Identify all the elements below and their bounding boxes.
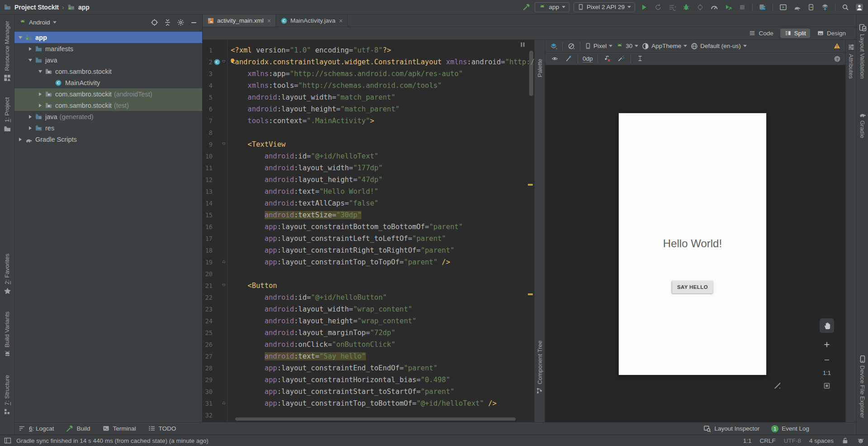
code-line[interactable]: 9 <TextView — [203, 139, 534, 150]
project-view-selector[interactable]: Android — [29, 19, 50, 26]
tree-item-java[interactable]: java(generated) — [14, 111, 202, 122]
expand-arrow-icon[interactable] — [16, 138, 24, 141]
view-options-button[interactable] — [550, 54, 560, 64]
attach-debugger-button[interactable] — [695, 2, 705, 12]
zoom-out-button[interactable] — [821, 355, 832, 365]
preview-say-hello-button[interactable]: SAY HELLO — [672, 281, 713, 293]
view-mode-code[interactable]: Code — [745, 29, 777, 38]
tree-item-java[interactable]: java — [14, 54, 202, 66]
code-line[interactable]: 20 — [203, 268, 534, 280]
code-line[interactable]: 28 app:layout_constraintEnd_toEndOf="par… — [203, 362, 534, 374]
running-devices-button[interactable] — [778, 2, 788, 12]
toolwindow-terminal[interactable]: Terminal — [102, 425, 136, 432]
locate-crosshair-button[interactable] — [151, 19, 158, 26]
stripe-resource-manager[interactable]: Resource Manager — [0, 21, 14, 82]
code-line[interactable]: 1<?xml version="1.0" encoding="utf-8"?> — [203, 44, 534, 56]
tab-palette[interactable]: Palette — [535, 59, 545, 77]
zoom-in-button[interactable] — [821, 339, 832, 350]
expand-arrow-icon[interactable] — [26, 59, 34, 62]
design-canvas[interactable]: Hello World! SAY HELLO 1:1 — [545, 65, 845, 422]
code-line[interactable]: 10 android:id="@+id/helloText" — [203, 150, 534, 162]
code-line[interactable]: 4 xmlns:tools="http://schemas.android.co… — [203, 80, 534, 91]
tab-component-tree[interactable]: Component Tree — [535, 340, 545, 394]
settings-gear-button[interactable] — [177, 19, 185, 26]
code-line[interactable]: 13 android:text="Hello World!" — [203, 186, 534, 197]
editor-tab-mainactivity-java[interactable]: CMainActivity.java× — [276, 14, 348, 27]
run-play-button[interactable] — [639, 2, 649, 12]
zoom-reset-button[interactable]: 1:1 — [821, 369, 833, 378]
infer-constraints-button[interactable] — [616, 54, 626, 64]
search-everywhere-button[interactable] — [840, 2, 850, 12]
device-preview-screen[interactable]: Hello World! SAY HELLO — [619, 113, 766, 375]
tree-item-manifests[interactable]: manifests — [14, 43, 202, 54]
error-stripe-mark[interactable] — [528, 293, 533, 295]
toolwindow-layout-inspector[interactable]: Layout Inspector — [703, 425, 759, 432]
profile-low-overhead-button[interactable] — [723, 2, 733, 12]
api-level-selector[interactable]: 30 — [616, 43, 638, 49]
fold-marker-icon[interactable] — [222, 260, 227, 265]
file-encoding[interactable]: UTF-8 — [784, 437, 801, 444]
expand-arrow-icon[interactable] — [26, 126, 34, 130]
code-line[interactable]: 2C<androidx.constraintlayout.widget.Cons… — [203, 56, 534, 68]
fold-marker-icon[interactable] — [222, 283, 227, 288]
tree-item-com-sambro-stockit[interactable]: com.sambro.stockit — [14, 66, 202, 77]
toolwindow-build[interactable]: Build — [66, 425, 90, 432]
stripe-device-file-explorer[interactable]: Device File Explorer — [857, 355, 868, 418]
code-line[interactable]: 24 android:layout_height="wrap_content" — [203, 315, 534, 327]
expand-arrow-icon[interactable] — [36, 92, 44, 96]
breadcrumb-module[interactable]: app — [78, 4, 90, 11]
editor-tab-activity-main-xml[interactable]: activity_main.xml× — [203, 14, 276, 27]
user-avatar-button[interactable] — [854, 2, 864, 12]
zoom-to-fit-button[interactable] — [821, 380, 832, 391]
code-line[interactable]: 31 app:layout_constraintTop_toBottomOf="… — [203, 398, 534, 409]
vertical-scrollbar[interactable] — [529, 51, 533, 96]
device-manager-button[interactable] — [806, 2, 816, 12]
code-line[interactable]: 7 tools:context=".MainActivity"> — [203, 115, 534, 127]
tree-item-gradle-scripts[interactable]: Gradle Scripts — [14, 134, 202, 145]
code-line[interactable]: 30 app:layout_constraintStart_toStartOf=… — [203, 386, 534, 398]
status-message[interactable]: Gradle sync finished in 14 s 440 ms (fro… — [16, 437, 209, 444]
tree-item-mainactivity[interactable]: CMainActivity — [14, 77, 202, 88]
expand-arrow-icon[interactable] — [36, 104, 44, 107]
pan-tool-button[interactable] — [820, 318, 834, 333]
toolwindow-todo[interactable]: TODO — [148, 425, 176, 432]
apply-code-changes-button[interactable] — [667, 2, 677, 12]
caret-position[interactable]: 1:1 — [743, 437, 752, 444]
code-line[interactable]: 19 app:layout_constraintTop_toTopOf="par… — [203, 256, 534, 268]
collapse-all-button[interactable] — [164, 19, 171, 26]
lock-icon[interactable] — [842, 437, 849, 444]
intention-bulb-icon[interactable] — [230, 58, 236, 64]
locale-selector[interactable]: Default (en-us) — [691, 43, 746, 50]
run-configuration-selector[interactable]: app — [535, 2, 569, 12]
analysis-paused-icon[interactable] — [520, 42, 526, 48]
code-line[interactable]: 14 android:textAllCaps="false" — [203, 197, 534, 209]
stripe-layout-validation[interactable]: Layout Validation — [857, 24, 868, 79]
stripe-2-favorites[interactable]: 2: Favorites — [0, 254, 14, 295]
toolwindow-6-logcat[interactable]: 6: Logcat — [18, 425, 54, 432]
horizontal-scrollbar[interactable] — [235, 417, 516, 421]
tab-attributes[interactable]: Attributes — [848, 54, 854, 79]
view-mode-split[interactable]: Split — [780, 29, 810, 38]
code-line[interactable]: 23 android:layout_width="wrap_content" — [203, 303, 534, 315]
clear-constraints-button[interactable] — [602, 54, 612, 64]
stripe-7-structure[interactable]: 7: Structure — [0, 375, 14, 415]
expand-arrow-icon[interactable] — [26, 47, 34, 51]
gremlin-icon[interactable] — [857, 437, 864, 444]
code-line[interactable]: 27 android:text="Say hello" — [203, 350, 534, 362]
code-line[interactable]: 25 android:layout_marginTop="72dp" — [203, 327, 534, 339]
stripe-gradle[interactable]: Gradle — [857, 110, 868, 138]
code-line[interactable]: 26 android:onClick="onButtonClick" — [203, 339, 534, 350]
expand-arrow-icon[interactable] — [16, 36, 24, 39]
code-line[interactable]: 21 <Button — [203, 280, 534, 292]
stripe-1-project[interactable]: 1: Project — [0, 97, 14, 132]
code-line[interactable]: 16 app:layout_constraintBottom_toBottomO… — [203, 221, 534, 233]
code-line[interactable]: 18 app:layout_constraintRight_toRightOf=… — [203, 245, 534, 256]
code-line[interactable]: 29 app:layout_constraintHorizontal_bias=… — [203, 374, 534, 386]
help-icon[interactable]: ? — [834, 55, 841, 62]
stop-square-button[interactable] — [737, 2, 747, 12]
code-line[interactable]: 3 xmlns:app="http://schemas.android.com/… — [203, 68, 534, 80]
theme-selector[interactable]: AppTheme — [642, 43, 687, 50]
error-stripe-mark[interactable] — [528, 184, 533, 186]
expand-arrow-icon[interactable] — [36, 70, 44, 73]
code-line[interactable]: 22 android:id="@+id/helloButton" — [203, 292, 534, 303]
